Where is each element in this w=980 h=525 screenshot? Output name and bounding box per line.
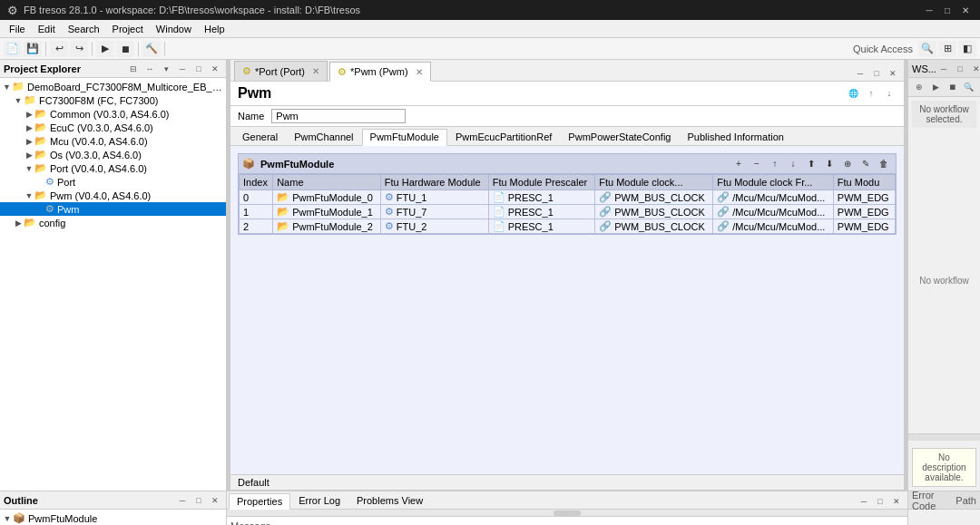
collapse-all-button[interactable]: ⊟ [126,62,141,76]
tab-general[interactable]: General [234,129,286,145]
link-editor-button[interactable]: ↔ [142,62,157,76]
prop-min-btn[interactable]: ─ [857,494,871,509]
tree-item-pwm[interactable]: ▶ ⚙ Pwm [0,202,226,216]
editor-header-btn3[interactable]: ↓ [882,86,897,101]
workflow-scrollbar[interactable] [908,433,980,441]
project-tree: ▼ 📁 DemoBoard_FC7300F8M_Multicore_EB_Pro… [0,78,226,491]
close-panel-button[interactable]: ✕ [208,62,222,76]
prop-tab-errorlog[interactable]: Error Log [290,492,348,509]
tree-item-port-module[interactable]: ▼ 📂 Port (V0.4.0, AS4.6.0) [0,161,226,175]
new-button[interactable]: 📄 [4,41,22,57]
table-action-import[interactable]: ⬆ [803,157,819,171]
tree-item-mcu[interactable]: ▶ 📂 Mcu (V0.4.0, AS4.6.0) [0,134,226,148]
table-row-1[interactable]: 1 📂 PwmFtuModule_1 ⚙ FTU_7 [240,205,896,219]
menu-edit[interactable]: Edit [33,23,61,35]
view-menu-button[interactable]: ▾ [159,62,173,76]
table-action-up[interactable]: ↑ [767,157,783,171]
editor-close-btn[interactable]: ✕ [886,66,900,81]
tree-item-config[interactable]: ▶ 📂 config [0,216,226,229]
prop-tab-properties[interactable]: Properties [229,493,290,510]
toggle-ecuc[interactable]: ▶ [24,123,34,132]
menu-file[interactable]: File [4,23,31,35]
tab-pwmecucpartitionref[interactable]: PwmEcucPartitionRef [447,129,560,145]
toggle-demoboard[interactable]: ▼ [2,83,12,92]
prop-tab-problems[interactable]: Problems View [348,492,431,509]
menu-project[interactable]: Project [107,23,149,35]
tab-close-pwm[interactable]: ✕ [416,67,423,77]
col-clock: Ftu Module clock... [595,175,713,190]
tab-pwmpowerstateconfig[interactable]: PwmPowerStateConfig [560,129,679,145]
menu-help[interactable]: Help [199,23,230,35]
minimize-button[interactable]: ─ [922,3,936,17]
editor-min-btn[interactable]: ─ [853,66,867,81]
toggle-port-module[interactable]: ▼ [24,164,34,173]
properties-scrollbar[interactable] [227,510,907,517]
quick-access-search[interactable]: 🔍 [918,41,936,57]
toolbar-options-btn[interactable]: ◧ [958,41,976,57]
tree-item-port[interactable]: ▶ ⚙ Port [0,175,226,189]
toggle-pwm-module[interactable]: ▼ [24,191,34,200]
editor-header-btn1[interactable]: 🌐 [846,86,860,101]
table-action-edit[interactable]: ✎ [858,157,874,171]
stop-button[interactable]: ⏹ [116,41,134,57]
toggle-common[interactable]: ▶ [24,110,34,119]
outline-item-root[interactable]: ▼ 📦 PwmFtuModule [0,511,226,525]
editor-max-btn[interactable]: □ [869,66,884,81]
toggle-config[interactable]: ▶ [13,219,24,228]
table-action-copy[interactable]: ⊕ [839,157,856,171]
toggle-mcu[interactable]: ▶ [24,137,34,146]
cell-clock-0: 🔗 PWM_BUS_CLOCK [595,190,713,205]
restore-button[interactable]: □ [940,3,955,17]
outline-max-btn[interactable]: □ [191,493,206,508]
outline-min-btn[interactable]: ─ [175,493,190,508]
menu-search[interactable]: Search [63,23,105,35]
name-input[interactable] [271,109,406,123]
tab-published-info[interactable]: Published Information [679,129,791,145]
wp-btn2[interactable]: ▶ [928,80,943,94]
tab-port[interactable]: ⚙ *Port (Port) ✕ [234,61,328,81]
tab-pwm[interactable]: ⚙ *Pwm (Pwm) ✕ [329,62,431,82]
tree-item-pwm-module[interactable]: ▼ 📂 Pwm (V0.4.0, AS4.6.0) [0,189,226,202]
title-text: FB tresos 28.1.0 - workspace: D:\FB\tres… [24,5,922,15]
tab-pwmftumodule[interactable]: PwmFtuModule [362,129,447,146]
tab-close-port[interactable]: ✕ [312,66,319,76]
toggle-fc7300[interactable]: ▼ [13,96,24,105]
right-close-btn[interactable]: ✕ [969,62,980,76]
table-action-delete[interactable]: 🗑 [876,157,892,171]
menu-window[interactable]: Window [151,23,197,35]
close-button[interactable]: ✕ [958,3,973,17]
undo-button[interactable]: ↩ [50,41,68,57]
toggle-outline-root[interactable]: ▼ [2,514,13,523]
table-row-2[interactable]: 2 📂 PwmFtuModule_2 ⚙ FTU_2 [240,219,896,234]
editor-header-btn2[interactable]: ↑ [864,86,878,101]
run-button[interactable]: ▶ [96,41,114,57]
tree-item-common[interactable]: ▶ 📂 Common (V0.3.0, AS4.6.0) [0,107,226,121]
toolbar-menu-btn[interactable]: ⊞ [938,41,956,57]
toggle-os[interactable]: ▶ [24,151,34,160]
tab-pwmchannel[interactable]: PwmChannel [286,129,361,145]
window-controls[interactable]: ─ □ ✕ [922,3,973,17]
wp-btn3[interactable]: ⏹ [945,80,959,94]
table-action-down[interactable]: ↓ [785,157,801,171]
tree-item-fc7300[interactable]: ▼ 📁 FC7300F8M (FC, FC7300) [0,93,226,107]
table-action-export[interactable]: ⬇ [821,157,838,171]
minimize-panel-button[interactable]: ─ [175,62,190,76]
tree-label-pwm: Pwm [57,204,79,215]
prop-close-btn[interactable]: ✕ [889,494,904,509]
prop-max-btn[interactable]: □ [873,494,887,509]
table-action-add[interactable]: + [730,157,747,171]
outline-close-btn[interactable]: ✕ [208,493,222,508]
right-min-btn[interactable]: ─ [936,62,951,76]
table-row-0[interactable]: 0 📂 PwmFtuModule_0 ⚙ FTU_1 [240,190,896,205]
tree-item-demoboard[interactable]: ▼ 📁 DemoBoard_FC7300F8M_Multicore_EB_Pro… [0,80,226,93]
build-button[interactable]: 🔨 [142,41,161,57]
maximize-panel-button[interactable]: □ [191,62,206,76]
tree-item-ecuc[interactable]: ▶ 📂 EcuC (V0.3.0, AS4.6.0) [0,121,226,134]
redo-button[interactable]: ↪ [70,41,88,57]
tree-item-os[interactable]: ▶ 📂 Os (V0.3.0, AS4.6.0) [0,148,226,161]
wp-btn1[interactable]: ⊕ [912,80,926,94]
table-action-remove[interactable]: − [749,157,765,171]
wp-btn4[interactable]: 🔍 [961,80,975,94]
right-max-btn[interactable]: □ [953,62,967,76]
save-button[interactable]: 💾 [24,41,42,57]
